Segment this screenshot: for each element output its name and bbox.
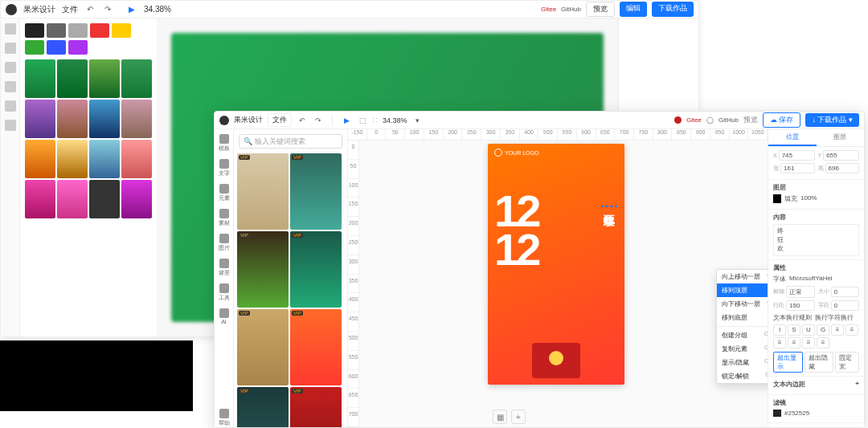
thumb[interactable] [25,100,55,138]
y-input[interactable]: 655 [823,150,859,161]
ctx-move-down[interactable]: 向下移动一层Ctrl [ [717,297,768,311]
sidebar-item-tool[interactable]: 工具 [219,283,230,302]
weight-select[interactable]: 正常 [786,286,815,298]
thumb[interactable] [25,59,55,98]
g-button[interactable]: G [817,324,829,336]
add-icon[interactable]: + [855,380,859,389]
sidebar-item-element[interactable]: 元素 [219,184,230,202]
overflow-show[interactable]: 超出显示 [773,352,803,373]
swatch[interactable] [47,40,66,55]
tab-position[interactable]: 位置 [768,129,817,146]
thumb[interactable] [121,140,152,178]
size-input[interactable]: 0 [831,287,860,297]
artboard-headline[interactable]: 1212 [494,192,538,268]
fill-swatch[interactable] [773,194,781,203]
strike-button[interactable]: S [788,324,800,336]
align-center-button[interactable]: ≡ [845,324,858,336]
template-card[interactable]: VIP [290,153,342,230]
download-button[interactable]: 下载作品 [652,2,694,17]
sidebar-item-image[interactable]: 图片 [219,234,230,252]
thumb[interactable] [25,140,55,178]
sidebar-item-bg[interactable]: 背景 [219,259,230,277]
search-input[interactable]: 🔍 输入关键词搜索 [239,134,342,149]
download-button[interactable]: ↓ 下载作品 ▾ [805,113,859,127]
ctx-move-bottom[interactable]: 移到底层[ [717,311,768,324]
swatch[interactable] [47,23,66,38]
fill-select[interactable]: 填充 [784,194,797,203]
thumb[interactable] [89,140,120,178]
sidebar-icon[interactable] [5,120,16,131]
sidebar-icon[interactable] [5,43,16,54]
template-card[interactable]: VIP [290,387,342,427]
github-link[interactable]: GitHub [561,6,581,13]
italic-button[interactable]: I [773,324,786,336]
font-select[interactable]: MicrosoftYaHei [789,275,833,283]
overflow-hide[interactable]: 超出隐藏 [805,352,834,373]
thumb[interactable] [121,59,152,98]
opacity-input[interactable]: 100% [800,194,817,203]
zoom-value[interactable]: 34.38% [144,5,171,14]
valign-top-button[interactable]: ≡ [788,337,800,349]
h-input[interactable]: 696 [825,163,860,173]
template-card[interactable]: VIP [237,309,289,385]
wrap-select[interactable]: 换行字符换行 [815,313,854,322]
thumb[interactable] [57,180,88,218]
template-card[interactable]: VIP [290,231,342,308]
share-button[interactable]: 编辑 [620,2,647,17]
sidebar-icon[interactable] [5,23,16,35]
x-input[interactable]: 745 [779,150,815,161]
page-thumb[interactable]: ▦ [493,410,507,424]
preview-link[interactable]: 预览 [743,115,758,125]
align-right-button[interactable]: ≡ [773,337,786,349]
swatch[interactable] [90,23,109,38]
sidebar-item-template[interactable]: 模板 [219,134,230,153]
undo-icon[interactable]: ↶ [297,115,308,126]
play-icon[interactable]: ▶ [126,4,137,15]
thumb[interactable] [57,59,88,98]
thumb[interactable] [89,100,120,138]
gitee-link[interactable]: Gitee [686,116,702,124]
add-page-button[interactable]: + [511,410,526,424]
chevron-down-icon[interactable]: ▾ [412,115,424,126]
fixed-width[interactable]: 固定宽 [835,352,859,373]
add-icon[interactable]: + [855,426,859,427]
thumb[interactable] [121,180,152,218]
swatch[interactable] [25,23,44,38]
sidebar-item-ai[interactable]: AI [219,308,229,324]
ctx-group[interactable]: 创建分组Ctrl G [717,328,768,342]
stage[interactable]: YOUR LOGO 1212 年终狂欢 向上移动一层Ctrl ] 移到顶层] 向… [359,141,768,427]
file-menu[interactable]: 文件 [62,4,78,15]
zoom-value[interactable]: 34.38% [383,116,407,124]
swatch[interactable] [25,40,44,55]
file-menu[interactable]: 文件 [268,113,292,127]
thumb[interactable] [57,100,88,138]
preview-button[interactable]: 预览 [586,2,615,17]
red-envelope-icon[interactable] [532,343,580,378]
content-text[interactable]: 终狂欢 [773,224,859,256]
sidebar-item-help[interactable]: 帮助 [219,409,230,427]
undo-icon[interactable]: ↶ [84,4,96,15]
thumb[interactable] [89,59,120,98]
gitee-link[interactable]: Gitee [541,6,556,13]
template-card[interactable]: VIP [290,309,342,385]
sidebar-icon[interactable] [5,81,16,92]
template-card[interactable]: VIP [237,387,289,427]
swatch[interactable] [112,23,131,38]
underline-button[interactable]: U [802,324,815,336]
sidebar-item-text[interactable]: 文字 [219,159,230,177]
redo-icon[interactable]: ↷ [313,115,324,126]
redo-icon[interactable]: ↷ [102,4,113,15]
lineheight-input[interactable]: 180 [786,300,815,311]
ctx-lock[interactable]: 锁定/解锁Ctrl L [717,369,768,383]
filter-swatch[interactable] [773,410,781,417]
swatch[interactable] [68,40,88,55]
template-card[interactable]: VIP [237,231,289,308]
valign-bot-button[interactable]: ≡ [817,337,829,349]
github-link[interactable]: GitHub [719,116,739,124]
letterspace-input[interactable]: 0 [831,300,860,311]
save-button[interactable]: ☁ 保存 [763,112,801,128]
thumb[interactable] [89,180,120,218]
sidebar-icon[interactable] [5,100,16,112]
ctx-move-up[interactable]: 向上移动一层Ctrl ] [717,270,768,283]
w-input[interactable]: 161 [780,163,815,173]
